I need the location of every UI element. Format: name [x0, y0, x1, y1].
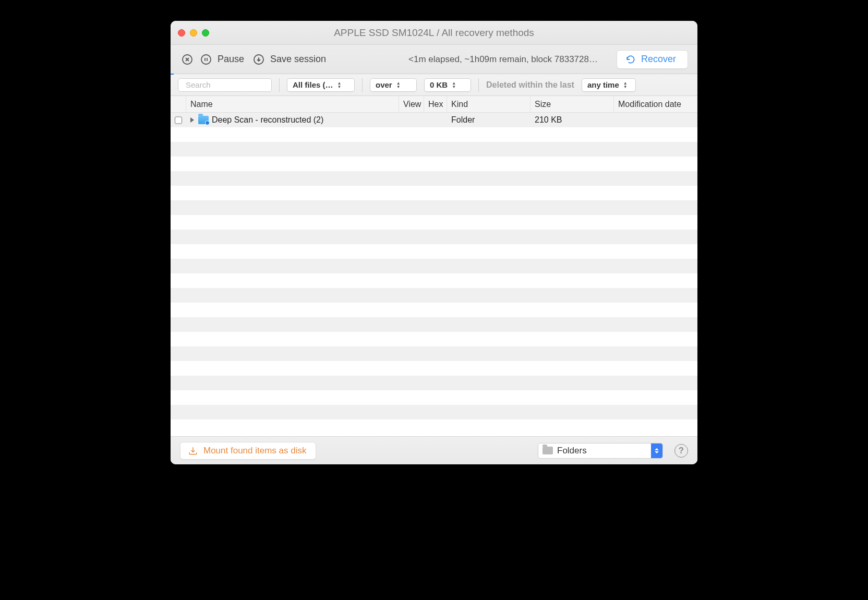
size-value-text: 0 KB — [430, 80, 448, 89]
column-kind[interactable]: Kind — [447, 96, 531, 112]
empty-row — [171, 288, 697, 303]
empty-row — [171, 317, 697, 332]
window-title: APPLE SSD SM1024L / All recovery methods — [171, 27, 697, 39]
help-button[interactable]: ? — [674, 444, 688, 458]
mount-button-label: Mount found items as disk — [203, 446, 306, 456]
deleted-time-dropdown[interactable]: any time ▲▼ — [582, 78, 636, 92]
empty-row — [171, 127, 697, 142]
empty-row — [171, 200, 697, 215]
view-mode-value: Folders — [557, 446, 587, 456]
empty-row — [171, 215, 697, 230]
divider — [279, 78, 280, 92]
size-operator-dropdown[interactable]: over ▲▼ — [370, 78, 417, 92]
file-type-filter-value: All files (… — [293, 80, 333, 89]
divider — [362, 78, 363, 92]
empty-row — [171, 405, 697, 419]
size-operator-value: over — [376, 80, 392, 89]
save-session-label[interactable]: Save session — [270, 54, 326, 65]
minimize-window-button[interactable] — [190, 29, 197, 37]
column-size[interactable]: Size — [531, 96, 614, 112]
row-size-cell: 210 KB — [531, 115, 614, 125]
divider — [478, 78, 479, 92]
empty-row — [171, 244, 697, 259]
empty-row — [171, 332, 697, 346]
empty-row — [171, 346, 697, 361]
row-checkbox-cell — [171, 116, 186, 124]
empty-row — [171, 186, 697, 200]
row-name-cell[interactable]: Deep Scan - reconstructed (2) — [186, 115, 399, 125]
traffic-lights — [178, 29, 209, 37]
filter-bar: ▲▼ All files (… ▲▼ over ▲▼ 0 KB ▲▼ Delet… — [171, 74, 697, 96]
empty-row — [171, 390, 697, 405]
empty-row — [171, 303, 697, 317]
row-kind-cell: Folder — [447, 115, 531, 125]
empty-row — [171, 171, 697, 186]
maximize-window-button[interactable] — [202, 29, 209, 37]
table-header: Name View Hex Kind Size Modification dat… — [171, 96, 697, 113]
column-modification[interactable]: Modification date — [614, 96, 697, 112]
chevron-updown-icon: ▲▼ — [396, 81, 401, 89]
chevron-updown-icon: ▲▼ — [452, 81, 456, 89]
scan-status-text: <1m elapsed, ~1h09m remain, block 783372… — [408, 54, 598, 65]
deleted-time-value: any time — [587, 80, 619, 89]
scan-progress-indicator — [171, 74, 174, 75]
empty-row — [171, 376, 697, 390]
file-type-filter-dropdown[interactable]: All files (… ▲▼ — [287, 78, 355, 92]
empty-row — [171, 142, 697, 157]
empty-row — [171, 259, 697, 273]
recover-button[interactable]: Recover — [617, 50, 688, 69]
app-window: APPLE SSD SM1024L / All recovery methods… — [171, 21, 697, 464]
empty-row — [171, 273, 697, 288]
column-view[interactable]: View — [399, 96, 424, 112]
svg-point-3 — [201, 55, 211, 64]
file-list[interactable]: Deep Scan - reconstructed (2) Folder 210… — [171, 113, 697, 436]
column-name[interactable]: Name — [186, 96, 399, 112]
disclosure-triangle-icon[interactable] — [190, 117, 194, 123]
recover-icon — [625, 54, 636, 65]
toolbar: Pause Save session <1m elapsed, ~1h09m r… — [171, 45, 697, 74]
column-checkbox — [171, 96, 186, 112]
folder-icon — [542, 447, 553, 454]
save-session-icon[interactable] — [251, 52, 266, 67]
column-hex[interactable]: Hex — [424, 96, 447, 112]
pause-icon[interactable] — [199, 52, 213, 67]
size-value-dropdown[interactable]: 0 KB ▲▼ — [424, 78, 471, 92]
search-input-wrapper[interactable]: ▲▼ — [178, 78, 272, 92]
pause-label[interactable]: Pause — [218, 54, 244, 65]
row-name-text: Deep Scan - reconstructed (2) — [212, 115, 323, 125]
mount-icon — [188, 446, 198, 456]
empty-row — [171, 157, 697, 171]
table-row[interactable]: Deep Scan - reconstructed (2) Folder 210… — [171, 113, 697, 127]
row-checkbox[interactable] — [175, 116, 182, 124]
view-mode-select[interactable]: Folders — [538, 443, 663, 459]
close-window-button[interactable] — [178, 29, 185, 37]
empty-row — [171, 230, 697, 244]
chevron-updown-icon: ▲▼ — [623, 81, 628, 89]
footer: Mount found items as disk Folders ? — [171, 436, 697, 464]
recover-button-label: Recover — [641, 54, 676, 65]
cancel-icon[interactable] — [180, 52, 195, 67]
deleted-filter-label: Deleted within the last — [486, 80, 574, 90]
empty-row — [171, 361, 697, 376]
mount-as-disk-button[interactable]: Mount found items as disk — [180, 442, 316, 460]
chevron-updown-icon: ▲▼ — [337, 81, 342, 89]
search-input[interactable] — [186, 80, 285, 89]
folder-icon — [198, 116, 209, 124]
titlebar: APPLE SSD SM1024L / All recovery methods — [171, 21, 697, 45]
chevron-updown-icon — [651, 443, 662, 458]
